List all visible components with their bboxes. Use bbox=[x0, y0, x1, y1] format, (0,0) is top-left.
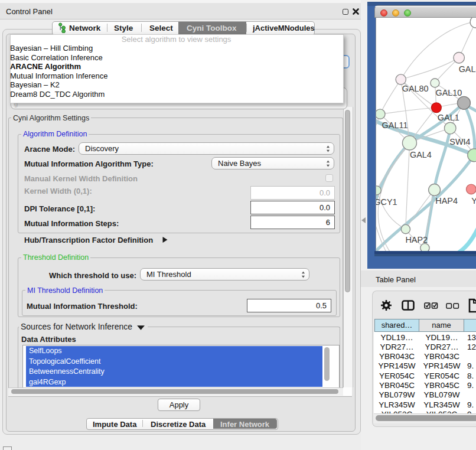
svg-text:GAL1: GAL1 bbox=[438, 113, 459, 122]
svg-text:HAP2: HAP2 bbox=[405, 235, 428, 244]
svg-text:Y: Y bbox=[471, 196, 476, 206]
svg-text:GAL10: GAL10 bbox=[436, 88, 462, 97]
svg-text:GAL80: GAL80 bbox=[402, 84, 429, 93]
svg-text:GAL4: GAL4 bbox=[410, 150, 432, 159]
svg-text:GCY1: GCY1 bbox=[376, 197, 397, 207]
svg-text:SWI4: SWI4 bbox=[449, 137, 470, 146]
svg-text:GAL8: GAL8 bbox=[459, 64, 476, 74]
svg-text:HAP4: HAP4 bbox=[435, 196, 458, 206]
svg-text:GAL11: GAL11 bbox=[382, 120, 408, 130]
